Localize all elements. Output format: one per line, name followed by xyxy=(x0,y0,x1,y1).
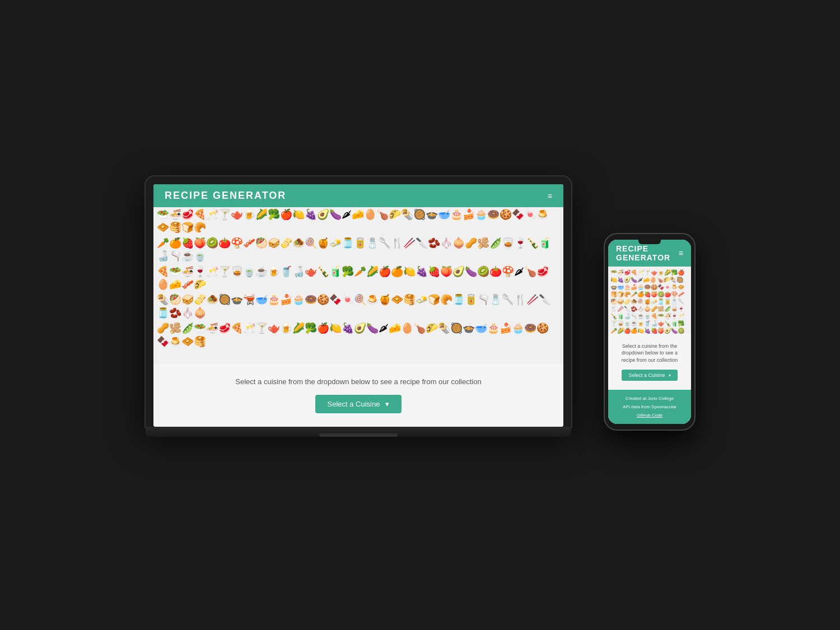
scene: RECIPE GENERATOR ≡ 🥗🍜🥩🍕🥂🍸🫖🍺🌽🥦🍎🍋🍇🥑🍆🌶🧀🥚🍗🌮🌯… xyxy=(0,0,840,630)
phone-chevron-icon: ▾ xyxy=(669,373,671,378)
phone-content-text: Select a cuisine from the dropdown below… xyxy=(615,343,684,364)
footer-spoonacular-link[interactable]: API data from Spoonacular xyxy=(615,403,684,411)
phone-content: Select a cuisine from the dropdown below… xyxy=(608,334,691,390)
laptop-hamburger-icon[interactable]: ≡ xyxy=(548,192,552,200)
laptop-device: RECIPE GENERATOR ≡ 🥗🍜🥩🍕🥂🍸🫖🍺🌽🥦🍎🍋🍇🥑🍆🌶🧀🥚🍗🌮🌯… xyxy=(146,176,571,437)
laptop-content: Select a cuisine from the dropdown below… xyxy=(153,364,563,427)
phone-app-title: RECIPE GENERATOR xyxy=(616,244,679,262)
phone-screen: RECIPE GENERATOR ≡ 🥗🍜🥩🍕🥂🍸🫖🍺🌽🥦🍎🍋🍇🥑🍆🌶🧀🥚🍗🌮🌯… xyxy=(608,240,691,424)
footer-github-link[interactable]: GitHub Code xyxy=(615,411,684,419)
laptop-navbar: RECIPE GENERATOR ≡ xyxy=(153,184,563,207)
footer-juno-link[interactable]: Created at Juno College xyxy=(615,394,684,403)
doodle-row: 🌯🥙🥪🫔🧆🥘🍲🫕🥣🎂🍰🧁🍩🍪🍫🍬🍭🍮🍯🧇🥞🧈🍞🥐🫙🥫🫗🧂🥄🍴🥢🔪🫙🫘🧄🧅 xyxy=(153,292,563,321)
laptop-screen-outer: RECIPE GENERATOR ≡ 🥗🍜🥩🍕🥂🍸🫖🍺🌽🥦🍎🍋🍇🥑🍆🌶🧀🥚🍗🌮🌯… xyxy=(146,176,571,427)
phone-select-cuisine-label: Select a Cuisine xyxy=(628,372,665,378)
phone-notch xyxy=(638,240,661,244)
phone-outer: RECIPE GENERATOR ≡ 🥗🍜🥩🍕🥂🍸🫖🍺🌽🥦🍎🍋🍇🥑🍆🌶🧀🥚🍗🌮🌯… xyxy=(605,234,694,430)
phone-footer: Created at Juno College API data from Sp… xyxy=(608,390,691,424)
phone-select-cuisine-button[interactable]: Select a Cuisine ▾ xyxy=(622,370,677,381)
phone-device: RECIPE GENERATOR ≡ 🥗🍜🥩🍕🥂🍸🫖🍺🌽🥦🍎🍋🍇🥑🍆🌶🧀🥚🍗🌮🌯… xyxy=(605,234,694,430)
laptop-base xyxy=(146,427,571,437)
doodle-row: 🥜🫚🫛🥗🍜🥩🍕🥂🍸🫖🍺🌽🥦🍎🍋🍇🥑🍆🌶🧀🥚🍗🌮🌯🥘🍲🥣🎂🍰🧁🍩🍪🍫🍮🧇🥞 xyxy=(153,321,563,349)
laptop-chevron-icon: ▾ xyxy=(385,400,389,408)
phone-hero: 🥗🍜🥩🍕🥂🍸🫖🍺🌽🥦🍎🍋🍇🥑🍆🌶🧀🥚🍗🌮🌯🥘🍲🥣🎂🍰🧁🍩🍪🍫🍬🍮🧇🥞🍞🥐🥕🍊🍓🍑… xyxy=(608,267,691,334)
phone-doodles: 🥗🍜🥩🍕🥂🍸🫖🍺🌽🥦🍎🍋🍇🥑🍆🌶🧀🥚🍗🌮🌯🥘🍲🥣🎂🍰🧁🍩🍪🍫🍬🍮🧇🥞🍞🥐🥕🍊🍓🍑… xyxy=(608,267,691,334)
laptop-select-cuisine-button[interactable]: Select a Cuisine ▾ xyxy=(315,395,402,413)
doodle-row: 🍕🥗🍜🍷🥂🍸🥃🍵☕🍺🥤🍶🫖🍾🧃🥦🥕🌽🍎🍊🍋🍇🍓🍑🥑🍆🥝🍅🍄🌶🍗🥩🥚🧀🥓🌮 xyxy=(153,264,563,293)
doodle-row: 🥗🍜🥩🍕🥂🍸🫖🍺🌽🥦🍎🍋🍇🥑🍆🌶🧀🥚🍗🌮🌯🥘🍲🥣🎂🍰🧁🍩🍪🍫🍬🍮🧇🥞🍞🥐 xyxy=(153,207,563,236)
phone-hamburger-icon[interactable]: ≡ xyxy=(679,249,683,258)
phone-food-pattern: 🥗🍜🥩🍕🥂🍸🫖🍺🌽🥦🍎🍋🍇🥑🍆🌶🧀🥚🍗🌮🌯🥘🍲🥣🎂🍰🧁🍩🍪🍫🍬🍮🧇🥞🍞🥐🥕🍊🍓🍑… xyxy=(608,267,691,334)
laptop-app-title: RECIPE GENERATOR xyxy=(165,190,286,202)
laptop-content-text: Select a cuisine from the dropdown below… xyxy=(165,377,552,386)
laptop-select-cuisine-label: Select a Cuisine xyxy=(328,400,380,408)
laptop-food-pattern: 🥗🍜🥩🍕🥂🍸🫖🍺🌽🥦🍎🍋🍇🥑🍆🌶🧀🥚🍗🌮🌯🥘🍲🥣🎂🍰🧁🍩🍪🍫🍬🍮🧇🥞🍞🥐 🥕🍊🍓… xyxy=(153,207,563,364)
laptop-hero: 🥗🍜🥩🍕🥂🍸🫖🍺🌽🥦🍎🍋🍇🥑🍆🌶🧀🥚🍗🌮🌯🥘🍲🥣🎂🍰🧁🍩🍪🍫🍬🍮🧇🥞🍞🥐 🥕🍊🍓… xyxy=(153,207,563,364)
doodle-row: 🥕🍊🍓🍑🥝🍅🍄🥓🥙🥪🫔🧆🍭🍯🧈🫙🥫🧂🥄🍴🥢🔪🫘🧄🧅🥜🫚🫛🥃🍷🍾🧃🍶🫗☕🍵 xyxy=(153,236,563,264)
laptop-screen-inner: RECIPE GENERATOR ≡ 🥗🍜🥩🍕🥂🍸🫖🍺🌽🥦🍎🍋🍇🥑🍆🌶🧀🥚🍗🌮🌯… xyxy=(153,184,563,427)
